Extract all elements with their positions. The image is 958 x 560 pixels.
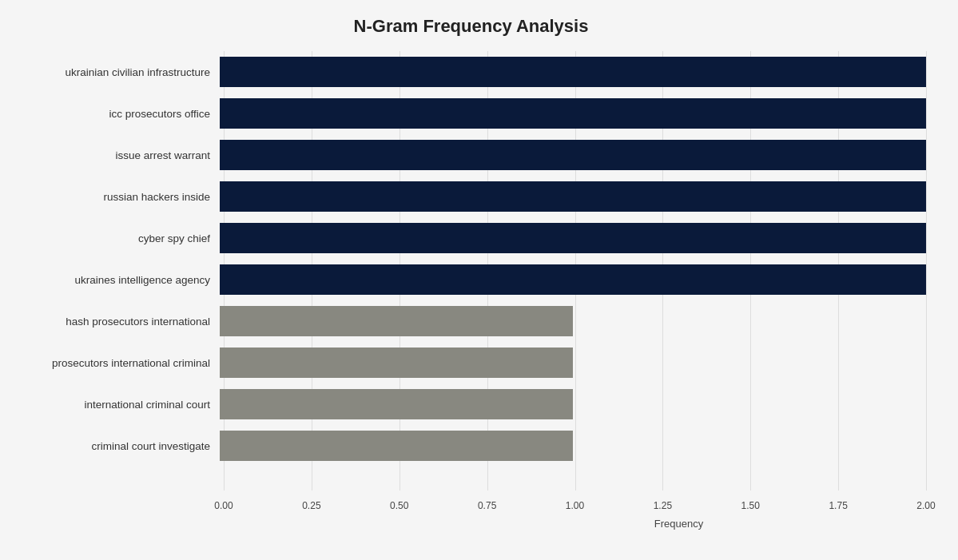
bar-row: criminal court investigate	[16, 425, 926, 467]
bar-row: russian hackers inside	[16, 176, 926, 217]
bar-label: hash prosecutors international	[16, 316, 220, 328]
x-tick: 1.25	[654, 500, 672, 511]
x-tick: 0.25	[302, 500, 320, 511]
bar-track	[220, 389, 926, 419]
bar-row: prosecutors international criminal	[16, 342, 926, 383]
bar-fill	[220, 431, 573, 461]
bar-track	[220, 264, 926, 295]
bar-track	[220, 57, 926, 87]
bar-fill	[220, 264, 926, 295]
bar-fill	[220, 98, 926, 129]
chart-container: N-Gram Frequency Analysis ukrainian civi…	[0, 0, 958, 560]
bar-fill	[220, 223, 926, 253]
bar-label: prosecutors international criminal	[16, 357, 220, 369]
x-tick: 0.00	[214, 500, 233, 511]
x-tick: 1.75	[829, 500, 847, 511]
bar-fill	[220, 306, 573, 336]
bars-area: ukrainian civilian infrastructureicc pro…	[16, 51, 926, 498]
x-tick: 1.00	[566, 500, 584, 511]
bar-track	[220, 223, 926, 253]
bar-fill	[220, 389, 573, 419]
bar-fill	[220, 57, 926, 87]
bar-label: icc prosecutors office	[16, 108, 220, 120]
bar-track	[220, 98, 926, 129]
bar-track	[220, 306, 926, 336]
bar-label: ukrainian civilian infrastructure	[16, 66, 220, 78]
bar-track	[220, 140, 926, 170]
x-axis-label: Frequency	[224, 518, 958, 530]
grid-line	[926, 51, 927, 490]
bar-label: cyber spy chief	[16, 232, 220, 244]
bar-row: ukraines intelligence agency	[16, 259, 926, 300]
x-tick: 0.75	[478, 500, 496, 511]
bar-fill	[220, 348, 573, 378]
bar-row: icc prosecutors office	[16, 93, 926, 134]
bar-label: international criminal court	[16, 399, 220, 411]
chart-area: ukrainian civilian infrastructureicc pro…	[16, 51, 926, 522]
bar-row: cyber spy chief	[16, 217, 926, 259]
x-tick: 0.50	[390, 500, 408, 511]
bar-track	[220, 431, 926, 461]
x-tick: 2.00	[916, 500, 935, 511]
bar-row: hash prosecutors international	[16, 300, 926, 342]
bar-row: issue arrest warrant	[16, 134, 926, 176]
bar-row: international criminal court	[16, 383, 926, 425]
bar-label: ukraines intelligence agency	[16, 274, 220, 286]
x-tick: 1.50	[741, 500, 760, 511]
bar-fill	[220, 181, 926, 212]
bar-row: ukrainian civilian infrastructure	[16, 51, 926, 93]
bar-label: russian hackers inside	[16, 191, 220, 203]
bar-track	[220, 181, 926, 212]
bar-fill	[220, 140, 926, 170]
bar-label: issue arrest warrant	[16, 149, 220, 161]
bar-track	[220, 348, 926, 378]
chart-title: N-Gram Frequency Analysis	[16, 16, 926, 37]
bar-label: criminal court investigate	[16, 440, 220, 452]
